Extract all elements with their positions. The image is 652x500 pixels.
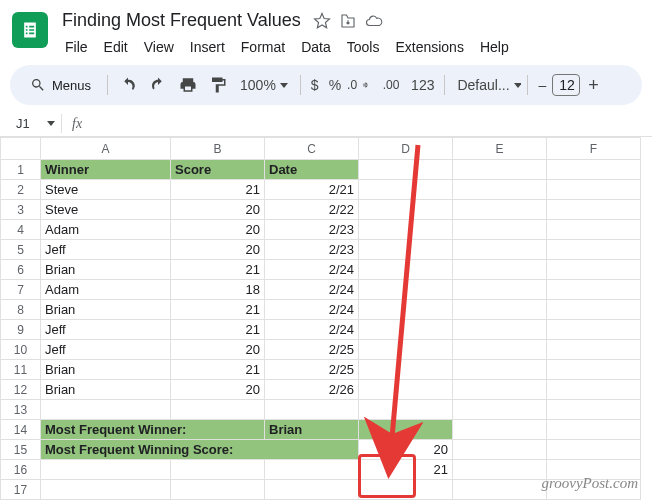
cell[interactable] (547, 200, 641, 220)
row-header[interactable]: 14 (1, 420, 41, 440)
cell[interactable] (547, 420, 641, 440)
increase-decimal-button[interactable]: .00 (377, 71, 405, 99)
cell-winner[interactable]: Adam (41, 220, 171, 240)
cell[interactable] (359, 180, 453, 200)
cell[interactable] (265, 400, 359, 420)
move-folder-icon[interactable] (339, 12, 357, 30)
menu-edit[interactable]: Edit (97, 35, 135, 59)
select-all-corner[interactable] (1, 138, 41, 160)
cell[interactable] (453, 460, 547, 480)
cell-score[interactable]: 20 (171, 220, 265, 240)
cell[interactable] (453, 280, 547, 300)
cell[interactable] (453, 180, 547, 200)
cell[interactable] (547, 260, 641, 280)
cell[interactable] (41, 460, 171, 480)
row-header[interactable]: 16 (1, 460, 41, 480)
col-header-e[interactable]: E (453, 138, 547, 160)
cell[interactable] (171, 400, 265, 420)
mfw-value[interactable]: Brian (265, 420, 359, 440)
cell[interactable] (453, 160, 547, 180)
cell[interactable] (453, 300, 547, 320)
header-winner[interactable]: Winner (41, 160, 171, 180)
cell[interactable] (359, 420, 453, 440)
cell-winner[interactable]: Brian (41, 300, 171, 320)
row-header[interactable]: 6 (1, 260, 41, 280)
row-header[interactable]: 4 (1, 220, 41, 240)
cell-score[interactable]: 20 (171, 380, 265, 400)
menu-extensions[interactable]: Extensions (388, 35, 470, 59)
cell[interactable] (359, 400, 453, 420)
cell[interactable] (547, 220, 641, 240)
cell[interactable] (547, 400, 641, 420)
cell[interactable] (359, 300, 453, 320)
redo-button[interactable] (144, 71, 172, 99)
cell-winner[interactable]: Steve (41, 200, 171, 220)
cell[interactable] (547, 300, 641, 320)
row-header[interactable]: 9 (1, 320, 41, 340)
print-button[interactable] (174, 71, 202, 99)
cell[interactable] (359, 200, 453, 220)
cell[interactable] (453, 440, 547, 460)
mfws-label[interactable]: Most Frequent Winning Score: (41, 440, 359, 460)
font-size-increase[interactable]: + (582, 75, 605, 96)
cell-winner[interactable]: Brian (41, 260, 171, 280)
menu-data[interactable]: Data (294, 35, 338, 59)
cell[interactable] (359, 320, 453, 340)
cell-winner[interactable]: Brian (41, 380, 171, 400)
cell[interactable] (41, 400, 171, 420)
cell[interactable] (453, 480, 547, 500)
cell[interactable] (453, 240, 547, 260)
cell-score[interactable]: 21 (171, 260, 265, 280)
cell-date[interactable]: 2/21 (265, 180, 359, 200)
cell-date[interactable]: 2/24 (265, 260, 359, 280)
row-header[interactable]: 13 (1, 400, 41, 420)
cell[interactable] (547, 240, 641, 260)
cell-date[interactable]: 2/25 (265, 340, 359, 360)
cell[interactable] (359, 380, 453, 400)
header-date[interactable]: Date (265, 160, 359, 180)
cell-score[interactable]: 18 (171, 280, 265, 300)
cell-score[interactable]: 20 (171, 240, 265, 260)
cell[interactable] (359, 280, 453, 300)
cell[interactable] (453, 340, 547, 360)
cell-score[interactable]: 20 (171, 200, 265, 220)
col-header-b[interactable]: B (171, 138, 265, 160)
undo-button[interactable] (114, 71, 142, 99)
col-header-d[interactable]: D (359, 138, 453, 160)
percent-button[interactable]: % (325, 77, 345, 93)
row-header[interactable]: 15 (1, 440, 41, 460)
col-header-f[interactable]: F (547, 138, 641, 160)
row-header[interactable]: 11 (1, 360, 41, 380)
cell[interactable] (41, 480, 171, 500)
row-header[interactable]: 7 (1, 280, 41, 300)
cell[interactable] (547, 280, 641, 300)
row-header[interactable]: 12 (1, 380, 41, 400)
cell[interactable] (359, 260, 453, 280)
font-dropdown[interactable]: Defaul... (451, 73, 521, 97)
cell-winner[interactable]: Jeff (41, 240, 171, 260)
row-header[interactable]: 8 (1, 300, 41, 320)
cell-date[interactable]: 2/25 (265, 360, 359, 380)
cell-winner[interactable]: Brian (41, 360, 171, 380)
currency-button[interactable]: $ (307, 77, 323, 93)
menu-file[interactable]: File (58, 35, 95, 59)
cell-date[interactable]: 2/24 (265, 280, 359, 300)
cell[interactable] (453, 420, 547, 440)
cell[interactable] (359, 360, 453, 380)
cell[interactable] (547, 440, 641, 460)
cell-winner[interactable]: Adam (41, 280, 171, 300)
cell-score[interactable]: 21 (171, 180, 265, 200)
cloud-status-icon[interactable] (365, 12, 383, 30)
cell[interactable] (547, 180, 641, 200)
cell-score[interactable]: 21 (171, 320, 265, 340)
cell-date[interactable]: 2/22 (265, 200, 359, 220)
menu-format[interactable]: Format (234, 35, 292, 59)
cell[interactable] (265, 480, 359, 500)
col-header-a[interactable]: A (41, 138, 171, 160)
cell[interactable] (547, 340, 641, 360)
mfw-label[interactable]: Most Frequent Winner: (41, 420, 265, 440)
cell[interactable] (453, 360, 547, 380)
name-box[interactable]: J1 (10, 114, 62, 133)
cell[interactable] (453, 220, 547, 240)
cell-winner[interactable]: Jeff (41, 340, 171, 360)
